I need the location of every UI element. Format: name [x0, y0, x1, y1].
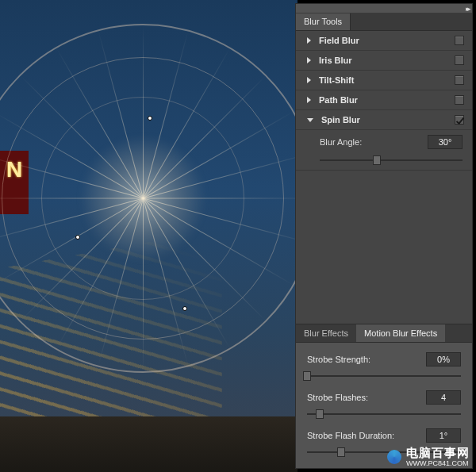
- row-iris-blur[interactable]: Iris Blur: [296, 51, 472, 71]
- panel-spacer: [296, 171, 472, 324]
- row-field-blur[interactable]: Field Blur: [296, 31, 472, 51]
- slider-thumb[interactable]: [337, 447, 345, 457]
- disclosure-right-icon: [307, 57, 311, 63]
- spin-handle-bottom[interactable]: [182, 306, 187, 311]
- tab-blur-tools[interactable]: Blur Tools: [296, 13, 351, 30]
- disclosure-down-icon: [307, 118, 313, 122]
- strobe-strength-slider[interactable]: [307, 370, 461, 382]
- spin-blur-checkbox[interactable]: [455, 115, 464, 125]
- blur-angle-value[interactable]: 30°: [428, 135, 463, 149]
- disclosure-right-icon: [307, 97, 311, 103]
- strobe-duration-label: Strobe Flash Duration:: [307, 431, 426, 440]
- tilt-shift-checkbox[interactable]: [455, 75, 464, 85]
- tool-label: Path Blur: [319, 95, 358, 105]
- document-canvas[interactable]: [0, 0, 298, 472]
- tool-label: Field Blur: [319, 36, 359, 45]
- row-tilt-shift[interactable]: Tilt-Shift: [296, 71, 472, 90]
- row-spin-blur[interactable]: Spin Blur: [296, 110, 472, 130]
- disclosure-right-icon: [307, 37, 311, 44]
- blur-angle-slider[interactable]: [320, 154, 463, 167]
- strobe-duration-value[interactable]: 1°: [426, 428, 461, 443]
- strobe-strength-row: Strobe Strength: 0%: [296, 344, 472, 382]
- strobe-flashes-row: Strobe Flashes: 4: [296, 382, 472, 420]
- strobe-strength-value[interactable]: 0%: [426, 352, 461, 366]
- spin-handle-left[interactable]: [75, 235, 80, 240]
- blur-tools-panel: ▸▸ Blur Tools Field Blur Iris Blur Tilt-…: [295, 3, 473, 469]
- path-blur-checkbox[interactable]: [455, 95, 464, 105]
- wheel-hub-blur: [79, 135, 206, 262]
- slider-thumb[interactable]: [316, 409, 324, 419]
- ferris-wheel: [0, 24, 298, 373]
- tab-motion-blur-effects[interactable]: Motion Blur Effects: [356, 324, 445, 342]
- motion-blur-effects-pane: Strobe Strength: 0% Strobe Flashes: 4 St…: [296, 343, 472, 468]
- spin-blur-controls: Blur Angle: 30°: [296, 130, 472, 171]
- tool-list: Field Blur Iris Blur Tilt-Shift Path Blu…: [296, 31, 472, 171]
- strobe-duration-row: Strobe Flash Duration: 1°: [296, 420, 472, 465]
- ground: [0, 416, 298, 472]
- disclosure-right-icon: [307, 77, 311, 83]
- strobe-flashes-slider[interactable]: [307, 408, 461, 420]
- strobe-strength-label: Strobe Strength:: [307, 355, 426, 364]
- iris-blur-checkbox[interactable]: [455, 56, 464, 65]
- spin-handle-top[interactable]: [148, 116, 152, 121]
- tool-label: Spin Blur: [321, 115, 360, 125]
- effects-tabbar: Blur Effects Motion Blur Effects: [296, 324, 472, 343]
- strobe-flashes-value[interactable]: 4: [426, 390, 461, 405]
- panel-header: ▸▸: [296, 4, 472, 13]
- strobe-duration-slider[interactable]: [307, 446, 461, 459]
- strobe-flashes-label: Strobe Flashes:: [307, 393, 426, 402]
- tool-label: Tilt-Shift: [319, 75, 354, 85]
- slider-thumb[interactable]: [373, 155, 381, 165]
- blur-angle-label: Blur Angle:: [320, 137, 420, 147]
- row-path-blur[interactable]: Path Blur: [296, 90, 472, 110]
- tab-blur-effects[interactable]: Blur Effects: [296, 324, 356, 342]
- tool-label: Iris Blur: [319, 56, 352, 65]
- wheel-spokes: [0, 25, 298, 371]
- field-blur-checkbox[interactable]: [455, 36, 464, 45]
- panel-tabbar: Blur Tools: [296, 13, 472, 31]
- slider-thumb[interactable]: [303, 371, 311, 381]
- panel-collapse-icon[interactable]: ▸▸: [466, 5, 469, 13]
